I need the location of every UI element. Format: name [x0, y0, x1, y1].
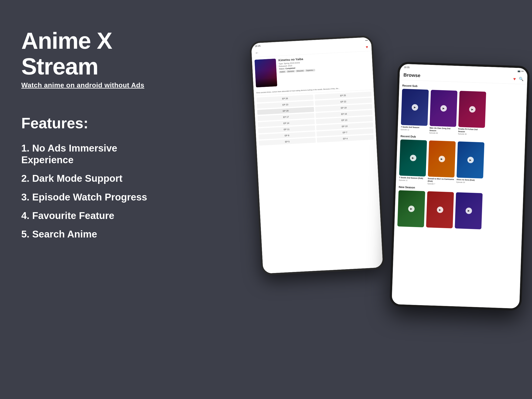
play-overlay-dub-2: ▶ — [428, 140, 456, 177]
anime-card-sub-2[interactable]: ▶ Wan Jie Xian Zong 2nd Season Episode 8… — [429, 90, 457, 135]
status-time-back: 18:25 — [254, 44, 260, 47]
play-button-sub-3[interactable]: ▶ — [469, 106, 476, 113]
play-overlay-sub-3: ▶ — [458, 91, 486, 128]
anime-info: Kimetsu no Yaiba Type: Spring 2019 Anime… — [278, 54, 371, 86]
tag-action: Action — [279, 70, 286, 73]
anime-thumb-new-3: ▶ — [455, 192, 483, 229]
play-button-new-3[interactable]: ▶ — [465, 208, 472, 214]
play-button-new-1[interactable]: ▶ — [408, 205, 415, 212]
anime-thumb-dub-2: ▶ — [428, 140, 456, 177]
feature-item-4: 4. Favourite Feature — [21, 210, 170, 222]
phone-front: 18:05 📷 ▪▪▪ Browse ♥ 🔍 Recent Sub ▶ — [389, 62, 530, 311]
episode-grid: EP 26 EP 25 EP 23 EP 22 EP 20 EP 19 EP 1… — [254, 90, 376, 147]
status-time-front: 18:05 — [404, 66, 410, 69]
phone-front-body: Recent Sub ▶ 7 Seeds 2nd Season Episode … — [392, 80, 527, 309]
play-overlay-new-1: ▶ — [397, 190, 425, 227]
browse-title: Browse — [404, 72, 513, 82]
back-arrow-icon[interactable]: ← — [255, 51, 259, 55]
anime-card-sub-1[interactable]: ▶ 7 Seeds 2nd Season Episode 12 — [401, 89, 429, 134]
anime-card-new-1[interactable]: ▶ — [397, 190, 425, 227]
play-overlay-new-2: ▶ — [426, 191, 454, 228]
status-icons-front: 📷 ▪▪▪ — [518, 70, 524, 73]
anime-thumb-dub-3: ▶ — [456, 141, 484, 178]
play-overlay-sub-1: ▶ — [401, 89, 429, 126]
anime-card-dub-1[interactable]: ▶ 7 Seeds 2nd Season (Dub) Episode 12 — [399, 139, 427, 185]
left-content: Anime X Stream Watch anime on android wi… — [21, 28, 170, 247]
status-icons-back: ▪▪▪ — [365, 39, 368, 42]
header-icons: ♥ 🔍 — [513, 76, 524, 82]
tag-demons: Demons — [286, 70, 295, 73]
search-header-icon[interactable]: 🔍 — [519, 77, 524, 82]
feature-list: 1. No Ads Immersive Experience 2. Dark M… — [21, 142, 170, 240]
anime-thumb-sub-3: ▶ — [458, 91, 486, 128]
favourite-header-icon[interactable]: ♥ — [513, 76, 516, 81]
feature-item-1: 1. No Ads Immersive Experience — [21, 142, 170, 166]
play-overlay-sub-2: ▶ — [430, 90, 457, 127]
feature-item-5: 5. Search Anime — [21, 228, 170, 240]
anime-card-new-3[interactable]: ▶ — [455, 192, 483, 229]
anime-card-sub-3[interactable]: ▶ Kiratto Pri☆chan 2nd Season Episode 36 — [458, 91, 486, 136]
tag-shounen: Shounen — [296, 70, 305, 72]
anime-thumb-sub-2: ▶ — [430, 90, 457, 127]
anime-card-dub-2[interactable]: ▶ Somali to Mori no Kamisama (Dub) Episo… — [428, 140, 456, 186]
play-button-dub-3[interactable]: ▶ — [467, 157, 474, 164]
tag-supernatural: Superna... — [305, 69, 315, 72]
play-button-dub-2[interactable]: ▶ — [438, 156, 445, 162]
anime-thumb-dub-1: ▶ — [399, 139, 427, 177]
play-overlay-new-3: ▶ — [455, 192, 483, 229]
play-overlay-dub-3: ▶ — [456, 141, 484, 178]
anime-card-dub-3[interactable]: ▶ Ahiru no Sora (Dub) Episode 20 — [456, 141, 484, 187]
anime-name-sub-2: Wan Jie Xian Zong 2nd Season — [430, 127, 456, 133]
phone-back: 18:25 ▪▪▪ ← ♥ Kimetsu no Yaiba Type: Spr… — [249, 35, 385, 276]
play-button-new-2[interactable]: ▶ — [437, 206, 443, 213]
play-button-dub-1[interactable]: ▶ — [410, 155, 416, 161]
play-overlay-dub-1: ▶ — [399, 139, 427, 177]
anime-poster — [254, 59, 277, 88]
favourite-icon[interactable]: ♥ — [366, 45, 368, 50]
recent-sub-row: ▶ 7 Seeds 2nd Season Episode 12 ▶ Wan Ji… — [401, 89, 524, 137]
phone-front-screen: 18:05 📷 ▪▪▪ Browse ♥ 🔍 Recent Sub ▶ — [392, 64, 527, 309]
anime-thumb-new-1: ▶ — [397, 190, 425, 227]
app-title: Anime X Stream — [21, 28, 170, 79]
phones-container: 18:25 ▪▪▪ ← ♥ Kimetsu no Yaiba Type: Spr… — [255, 21, 532, 362]
anime-name-dub-2: Somali to Mori no Kamisama (Dub) — [428, 177, 455, 184]
new-season-row: ▶ ▶ ▶ — [397, 190, 520, 231]
phone-back-screen: 18:25 ▪▪▪ ← ♥ Kimetsu no Yaiba Type: Spr… — [251, 37, 383, 274]
anime-thumb-new-2: ▶ — [426, 191, 454, 228]
status-value: Completed — [285, 67, 295, 70]
anime-thumb-sub-1: ▶ — [401, 89, 429, 126]
anime-card-new-2[interactable]: ▶ — [426, 191, 454, 228]
feature-item-3: 3. Episode Watch Progress — [21, 191, 170, 203]
features-heading: Features: — [21, 115, 170, 132]
recent-dub-row: ▶ 7 Seeds 2nd Season (Dub) Episode 12 ▶ … — [399, 139, 522, 188]
anime-name-sub-3: Kiratto Pri☆chan 2nd Season — [458, 128, 485, 134]
feature-item-2: 2. Dark Mode Support — [21, 173, 170, 184]
phone-back-content: Kimetsu no Yaiba Type: Spring 2019 Anime… — [252, 51, 373, 90]
play-button-sub-1[interactable]: ▶ — [412, 104, 418, 111]
app-subtitle: Watch anime on android without Ads — [21, 81, 170, 89]
play-button-sub-2[interactable]: ▶ — [440, 105, 447, 112]
